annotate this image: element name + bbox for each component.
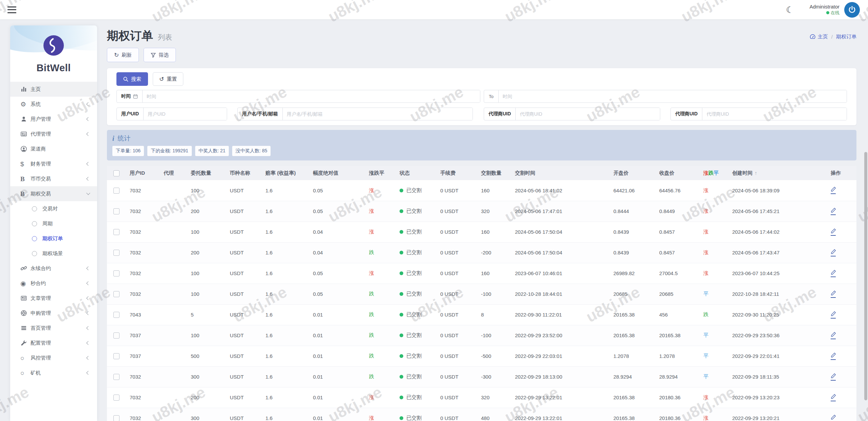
create_time-cell: 2024-05-06 17:44:02 [728, 222, 827, 242]
sidebar-item-link-8[interactable]: 永续合约 [10, 261, 97, 276]
range-cell: 0.05 [309, 263, 365, 284]
row-select-cell [107, 366, 126, 387]
settle_qty-cell: -100 [477, 325, 511, 346]
coin-cell: USDT [226, 263, 261, 284]
column-header: 代理 [160, 166, 187, 180]
actions-cell [827, 325, 856, 346]
row-checkbox[interactable] [113, 229, 119, 235]
coin-cell: USDT [226, 366, 261, 387]
pencil-icon [831, 373, 836, 379]
direction-cell: 涨 [365, 387, 395, 408]
agent-uid-2-input[interactable] [702, 108, 847, 120]
vertical-scrollbar-thumb[interactable] [864, 152, 867, 400]
edit-button[interactable] [831, 208, 836, 215]
agent-uid-input[interactable] [516, 108, 660, 120]
uid-cell: 7032 [126, 222, 160, 242]
pencil-icon [831, 208, 836, 213]
create_time-cell: 2023-06-07 10:44:25 [728, 263, 827, 284]
row-checkbox[interactable] [113, 188, 119, 194]
row-checkbox[interactable] [113, 270, 119, 276]
user-contact-input[interactable] [283, 108, 473, 120]
time-to-label: To [484, 90, 499, 102]
lines-icon [20, 325, 31, 331]
sidebar-item-news-10[interactable]: 文章管理 [10, 291, 97, 306]
select-all-checkbox[interactable] [113, 170, 119, 176]
row-checkbox[interactable] [113, 353, 119, 359]
amount-cell: 5 [187, 304, 226, 325]
row-checkbox[interactable] [113, 415, 119, 421]
row-checkbox[interactable] [113, 395, 119, 401]
close-cell: 1.2078 [655, 346, 699, 366]
user-uid-input[interactable] [144, 108, 227, 120]
row-checkbox[interactable] [113, 332, 119, 339]
range-cell: 0.01 [309, 346, 365, 366]
sidebar-item-dollar-5[interactable]: $财务管理 [10, 156, 97, 171]
breadcrumb-home-link[interactable]: 主页 [810, 34, 828, 40]
chevron-left-icon [86, 311, 90, 315]
amount-cell: 300 [187, 366, 226, 387]
coin-cell: USDT [226, 304, 261, 325]
edit-button[interactable] [831, 270, 836, 277]
row-select-cell [107, 284, 126, 304]
result-cell: 涨 [699, 180, 728, 201]
dark-mode-moon-icon[interactable]: ☾ [786, 5, 794, 14]
online-dot-icon [826, 11, 829, 14]
time-to-input[interactable] [499, 90, 847, 102]
time-from-input[interactable] [143, 90, 480, 102]
sidebar-item-lines-12[interactable]: 首页管理 [10, 321, 97, 336]
sidebar-item-person-circle-4[interactable]: 渠道商 [10, 141, 97, 156]
sidebar-item-user-2[interactable]: 用户管理 [10, 112, 97, 127]
search-button[interactable]: 搜索 [116, 72, 148, 86]
sidebar-item-id-card-3[interactable]: 代理管理 [10, 127, 97, 141]
user-block[interactable]: Administrator 在线 [810, 4, 839, 16]
edit-button[interactable] [831, 415, 836, 421]
sidebar-item-life-ring-11[interactable]: 申购管理 [10, 306, 97, 321]
column-header: 交割数量 [477, 166, 511, 180]
filter-button[interactable]: 筛选 [144, 48, 176, 62]
time-to-group: To [484, 90, 847, 103]
sidebar-item-wrench-13[interactable]: 配置管理 [10, 336, 97, 350]
edit-button[interactable] [831, 332, 836, 339]
row-checkbox[interactable] [113, 291, 119, 297]
row-checkbox[interactable] [113, 374, 119, 380]
edit-button[interactable] [831, 290, 836, 298]
sidebar-item-circle-15[interactable]: ○矿机 [10, 365, 97, 380]
hamburger-menu-icon[interactable] [7, 6, 16, 13]
sidebar-subitem[interactable]: 期权订单 [10, 231, 97, 246]
sidebar-item-circle-14[interactable]: ○风控管理 [10, 350, 97, 365]
sidebar-item-bitcoin-7[interactable]: Ƀ期权交易 [10, 186, 97, 201]
avatar[interactable] [844, 2, 860, 18]
edit-button[interactable] [831, 311, 836, 319]
direction-cell: 跌 [365, 366, 395, 387]
sidebar-item-letter-b-6[interactable]: B币币交易 [10, 171, 97, 186]
reset-button[interactable]: ↺ 重置 [153, 72, 183, 86]
row-checkbox[interactable] [113, 208, 119, 214]
pencil-icon [831, 332, 836, 337]
actions-cell [827, 304, 856, 325]
edit-button[interactable] [831, 394, 836, 401]
sidebar-item-target-9[interactable]: ◉秒合约 [10, 276, 97, 291]
row-checkbox[interactable] [113, 250, 119, 256]
refresh-button[interactable]: ↻ 刷新 [107, 48, 139, 62]
chevron-left-icon [86, 356, 90, 360]
edit-button[interactable] [831, 352, 836, 360]
column-header: 开盘价 [609, 166, 655, 180]
column-header[interactable]: 创建时间↑ [728, 166, 827, 180]
sidebar-subitem[interactable]: 交易对 [10, 201, 97, 216]
sidebar-item-gear-1[interactable]: ⚙系统 [10, 97, 97, 112]
user-contact-label: 用户名/手机/邮箱 [238, 108, 283, 120]
sidebar-subitem[interactable]: 周期 [10, 216, 97, 231]
sidebar-subitem[interactable]: 期权场景 [10, 246, 97, 261]
open-cell: 26989.82 [609, 263, 655, 284]
table-row: 7032200USDT1.60.05涨已交割0 USDT3202024-05-0… [107, 201, 856, 222]
edit-button[interactable] [831, 373, 836, 381]
sidebar-item-chart-bars-0[interactable]: 主页 [10, 82, 97, 97]
edit-button[interactable] [831, 187, 836, 194]
edit-button[interactable] [831, 228, 836, 236]
row-checkbox[interactable] [113, 312, 119, 318]
actions-cell [827, 180, 856, 201]
breadcrumb-current: 期权订单 [836, 34, 856, 40]
edit-button[interactable] [831, 249, 836, 256]
chevron-left-icon [86, 281, 90, 285]
sidebar-item-label: 永续合约 [31, 265, 87, 272]
